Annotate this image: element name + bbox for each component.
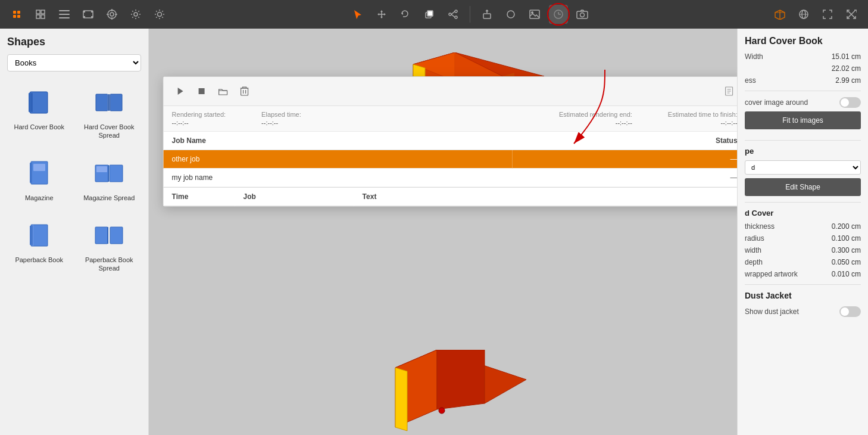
wrap-label: cover image around — [745, 98, 808, 107]
svg-rect-6 — [36, 15, 40, 18]
paperback-book-icon — [21, 218, 57, 253]
play-button[interactable] — [172, 83, 189, 100]
top-toolbar — [0, 0, 868, 29]
svg-rect-5 — [41, 10, 45, 14]
duplicate-icon[interactable] — [420, 5, 439, 24]
stop-button[interactable] — [193, 83, 210, 100]
dust-jacket-toggle[interactable] — [839, 306, 861, 317]
rendering-started-value: --:--:-- — [172, 119, 226, 126]
wrapped-artwork-row: wrapped artwork 0.010 cm — [745, 270, 861, 278]
elapsed-time-value: --:--:-- — [261, 119, 301, 126]
rendering-started-label: Rendering started: — [172, 111, 226, 118]
film-icon[interactable] — [79, 5, 98, 24]
svg-rect-61 — [96, 94, 108, 111]
branch-icon[interactable] — [444, 5, 463, 24]
estimated-finish-label: Estimated time to finish: — [668, 111, 737, 118]
shape-item-hard-cover-book[interactable]: Hard Cover Book — [7, 80, 71, 145]
svg-point-37 — [449, 13, 451, 15]
estimated-end-label: Estimated rendering end: — [559, 111, 632, 118]
expand-icon[interactable] — [842, 5, 861, 24]
depth-row: depth 0.050 cm — [745, 258, 861, 266]
table-row[interactable]: other job— — [164, 150, 737, 169]
shape-dropdown[interactable]: d — [745, 160, 861, 175]
magazine-spread-label: Magazine Spread — [83, 194, 135, 202]
menu-icon[interactable] — [55, 5, 74, 24]
fullscreen-icon[interactable] — [818, 5, 837, 24]
move-tool-icon[interactable] — [372, 5, 391, 24]
svg-rect-2 — [13, 15, 16, 18]
svg-line-31 — [156, 17, 157, 17]
grid-icon[interactable] — [31, 5, 50, 24]
estimated-finish-value: --:--:-- — [668, 119, 737, 126]
wrapped-artwork-value: 0.010 cm — [832, 270, 861, 278]
shape-item-paperback-book[interactable]: Paperback Book — [7, 213, 71, 278]
plus-icon[interactable] — [7, 5, 26, 24]
svg-rect-89 — [241, 88, 248, 95]
thickness-row: ess 2.99 cm — [745, 76, 861, 85]
cover-thickness-row: thickness 0.200 cm — [745, 222, 861, 231]
thickness-abbrev-value: 2.99 cm — [835, 76, 861, 85]
image-icon[interactable] — [525, 5, 544, 24]
job-column-header: Job — [235, 188, 354, 206]
circle-tool-icon[interactable] — [501, 5, 520, 24]
text-column-header: Text — [354, 188, 737, 206]
svg-line-28 — [156, 11, 157, 11]
box3d-icon[interactable] — [770, 5, 789, 24]
radius-label: radius — [745, 234, 764, 243]
undo-icon[interactable] — [396, 5, 415, 24]
show-dust-jacket-label: Show dust jacket — [745, 307, 799, 316]
elapsed-time-label: Elapsed time: — [261, 111, 301, 118]
fit-to-images-button[interactable]: Fit to images — [745, 111, 861, 129]
camera-icon[interactable] — [573, 5, 592, 24]
svg-point-38 — [455, 10, 457, 13]
svg-rect-70 — [96, 166, 107, 172]
width-value: 15.01 cm — [832, 52, 861, 61]
shapes-dropdown[interactable]: Books — [7, 54, 141, 72]
target-icon[interactable] — [102, 5, 121, 24]
svg-rect-15 — [91, 16, 93, 18]
table-row[interactable]: my job name— — [164, 169, 737, 187]
cursor-tool-icon[interactable] — [348, 5, 367, 24]
panel-title: Hard Cover Book — [745, 36, 861, 46]
svg-rect-65 — [30, 163, 32, 183]
paperback-book-label: Paperback Book — [15, 256, 63, 264]
svg-rect-42 — [483, 14, 491, 18]
height-value: 22.02 cm — [832, 64, 861, 73]
height-icon[interactable] — [477, 5, 497, 24]
svg-line-29 — [162, 17, 163, 17]
globe-icon[interactable] — [794, 5, 813, 24]
estimated-finish-stat: Estimated time to finish: --:--:-- — [668, 111, 737, 126]
delete-button[interactable] — [236, 83, 253, 100]
magazine-label: Magazine — [25, 194, 54, 202]
edit-shape-button[interactable]: Edit Shape — [745, 178, 861, 196]
job-name-column-header: Job Name — [164, 132, 513, 150]
svg-line-40 — [451, 11, 455, 14]
open-folder-button[interactable] — [215, 83, 232, 100]
document-button[interactable] — [721, 83, 737, 100]
wrap-toggle[interactable] — [839, 97, 861, 108]
status-column-header: Status — [513, 132, 737, 150]
svg-rect-35 — [427, 11, 433, 16]
clock-icon[interactable] — [549, 5, 568, 24]
svg-rect-12 — [83, 11, 85, 13]
wrap-toggle-row: cover image around — [745, 97, 861, 108]
svg-line-41 — [451, 14, 455, 17]
wrapped-artwork-label: wrapped artwork — [745, 270, 798, 278]
svg-rect-75 — [110, 227, 123, 244]
job-name-cell: my job name — [164, 169, 513, 187]
sun-icon[interactable] — [150, 5, 169, 24]
radius-value: 0.100 cm — [832, 234, 861, 243]
shape-item-magazine-spread[interactable]: Magazine Spread — [77, 151, 142, 207]
dialog-toolbar — [164, 77, 737, 106]
gear-icon[interactable] — [126, 5, 145, 24]
book-3d-bottom — [294, 350, 592, 433]
estimated-end-value: --:--:-- — [559, 119, 632, 126]
hard-cover-book-icon — [21, 85, 57, 120]
shape-item-paperback-spread[interactable]: Paperback Book Spread — [77, 213, 142, 278]
svg-rect-0 — [13, 11, 16, 14]
elapsed-time-stat: Elapsed time: --:--:-- — [261, 111, 301, 126]
shape-item-magazine[interactable]: Magazine — [7, 151, 71, 207]
svg-rect-71 — [31, 225, 48, 246]
shape-item-hard-cover-spread[interactable]: Hard Cover Book Spread — [77, 80, 142, 145]
svg-rect-8 — [59, 10, 70, 11]
